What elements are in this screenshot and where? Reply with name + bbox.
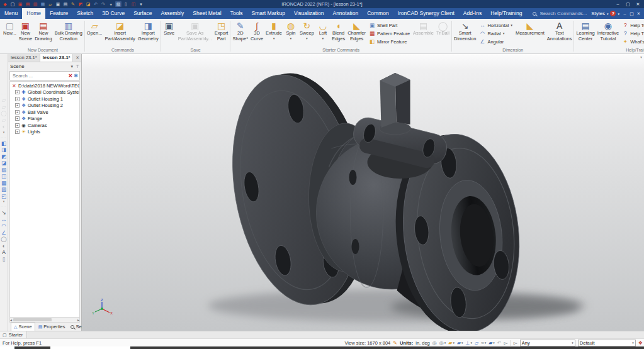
scene-search-input[interactable] [11,72,67,79]
qa-undo-icon[interactable]: ↶ [93,1,99,7]
menu-tab-help-training[interactable]: Help/Training [486,8,526,19]
qa-panel-icon[interactable]: ▯ [123,1,129,7]
tree-item[interactable]: +✚Global Coordinate System [10,89,79,96]
smoothness-icon[interactable]: ≈▾ [481,340,486,346]
qa-save-as-icon[interactable]: ▤ [62,1,69,7]
blend-edges-button[interactable]: ◖BlendEdges [330,19,346,47]
menu-tab-3d-curve[interactable]: 3D Curve [98,8,129,19]
view-orientation-9-icon[interactable]: ◰ [0,193,8,200]
view-orientation-7-icon[interactable]: ▦ [0,180,8,187]
selection-filter-dropdown[interactable]: Any▾ [520,340,575,346]
scrollbar-thumb[interactable] [13,318,52,321]
dropdown-icon[interactable]: ▾ [503,31,505,35]
3d-curve-button[interactable]: ∫3DCurve [249,19,264,47]
scene-cube-icon[interactable]: ▰▾ [489,340,495,346]
menu-tab-add-ins[interactable]: Add-Ins [459,8,486,19]
zoom-target-icon[interactable]: ◎ [432,340,437,346]
document-tab[interactable]: lesson 23-1* [40,54,74,62]
toolbar-more-icon[interactable]: ▾ [3,199,5,203]
expand-icon[interactable]: + [15,110,20,114]
render-style-icon[interactable]: ▰▾ [457,340,463,346]
tree-item[interactable]: +◉Cameras [10,122,79,129]
text-annotations-button[interactable]: ATextAnnotations [546,19,573,47]
toolbar-more-icon[interactable]: ▾ [3,130,5,134]
menu-tab-smart-markup[interactable]: Smart Markup [247,8,290,19]
viewport[interactable]: ▾ Z X Y [82,54,644,331]
panel-tab-scene[interactable]: △Scene [11,323,35,331]
pattern-feature-button[interactable]: ▦Pattern Feature [369,30,410,38]
panel-pin-icon[interactable]: ⊤ [76,64,79,69]
qa-new-scene-icon[interactable]: ▣ [17,1,23,7]
mirror-feature-button[interactable]: ◧Mirror Feature [369,38,410,46]
doc-restore-button[interactable]: ▢ [628,10,635,17]
tree-item[interactable]: ✕D:\data\2018 NEW\Word\TECH-NET [10,82,79,89]
help-topics-button[interactable]: ?Help Topics... [622,21,644,30]
interactive-tutorial-button[interactable]: ◉InteractiveTutorial [596,19,621,47]
scroll-right-icon[interactable]: ▸ [77,318,79,322]
scroll-left-icon[interactable]: ◂ [10,318,12,322]
close-button[interactable]: ✕ [633,1,643,8]
dim-tool-smart-icon[interactable]: ↘ [0,209,8,216]
insert-part-assembly-button[interactable]: ◪InsertPart/Assembly [103,19,136,47]
dropdown-icon[interactable]: ▾ [461,341,463,345]
whats-new-button[interactable]: ✦What's New [622,38,644,46]
qa-bulk-drawing-icon[interactable]: ▥ [32,1,38,7]
radial-dimension-button[interactable]: ◠Radial▾ [479,30,512,38]
panel-collapse-icon[interactable]: ▾ [71,64,73,69]
expand-icon[interactable]: + [15,116,20,121]
dropdown-icon[interactable]: ▾ [485,341,487,345]
qa-import-icon[interactable]: ◩ [77,1,84,7]
dim-tool-arc-icon[interactable]: ◐ [0,243,8,250]
export-part-button[interactable]: ◳ExportPart [213,19,230,47]
qa-export-icon[interactable]: ◪ [85,1,91,7]
menu-tab-surface[interactable]: Surface [129,8,156,19]
restore-button[interactable]: ▢ [623,1,633,8]
pick-filter-icon[interactable]: ▻ [514,340,517,346]
spin-button[interactable]: ◍Spin▾ [283,19,298,47]
measurement-button[interactable]: ◣Measurement [514,19,546,47]
facet-icon[interactable]: ▱ [475,340,478,346]
configurations-icon[interactable]: ❖ [638,340,643,346]
qa-screen-icon[interactable]: ◫ [130,1,137,7]
expand-icon[interactable]: + [15,97,20,101]
minimize-button[interactable]: – [613,1,623,8]
dropdown-icon[interactable]: ▾ [471,341,473,345]
qa-sphere-icon[interactable]: ● [108,1,114,7]
new-scene-button[interactable]: ▣NewScene [18,19,33,47]
sweep-button[interactable]: ↻Sweep▾ [298,19,315,47]
import-geometry-button[interactable]: ◨ImportGeometry [137,19,160,47]
menu-tab-sketch[interactable]: Sketch [72,8,98,19]
dim-tool-note-icon[interactable]: ▯ [0,256,8,263]
search-filter-icon[interactable]: ✱ [74,73,78,79]
expand-icon[interactable]: + [15,103,20,108]
dropdown-icon[interactable]: ▾ [493,341,495,345]
expand-icon[interactable]: + [15,90,20,94]
expand-icon[interactable]: + [15,123,20,128]
save-button[interactable]: ▣Save [162,19,177,47]
view-orientation-1-icon[interactable]: ◧ [0,140,8,147]
qa-render-icon[interactable]: ✎ [70,1,76,7]
view-orientation-6-icon[interactable]: ◫ [0,173,8,180]
document-tab[interactable]: lesson 23-1* [8,54,40,62]
menu-tab-sheet-metal[interactable]: Sheet Metal [188,8,225,19]
dropdown-icon[interactable]: ▾ [322,36,324,40]
styles-button[interactable]: Styles [591,11,605,16]
menu-tab-assembly[interactable]: Assembly [156,8,188,19]
dropdown-icon[interactable]: ▾ [444,341,446,345]
search-clear-icon[interactable]: ✕ [69,73,73,79]
dim-tool-circle-icon[interactable]: ◯ [0,236,8,243]
styles-arrow-icon[interactable]: ▾ [607,12,609,16]
dropdown-icon[interactable]: ▾ [511,23,512,27]
menu-tab-ironcad-synergy-client[interactable]: IronCAD Synergy Client [393,8,459,19]
horizontal-scrollbar[interactable]: ◂ ▸ [9,317,80,323]
qa-new-document-icon[interactable]: ▢ [9,1,16,7]
learning-center-button[interactable]: ▤LearningCenter [575,19,596,47]
view-orientation-2-icon[interactable]: ◨ [0,147,8,153]
tree-item[interactable]: +☀Lights [10,129,79,136]
help-icon[interactable]: ? [610,11,616,16]
menu-tab-feature[interactable]: Feature [45,8,72,19]
angular-dimension-button[interactable]: ∠Angular [479,38,512,46]
toolbar-drag-handle[interactable]: ···· [1,92,6,96]
bulk-drawing-creation-button[interactable]: ▥Bulk DrawingCreation [54,19,84,47]
ball-valve-model[interactable] [82,54,644,331]
